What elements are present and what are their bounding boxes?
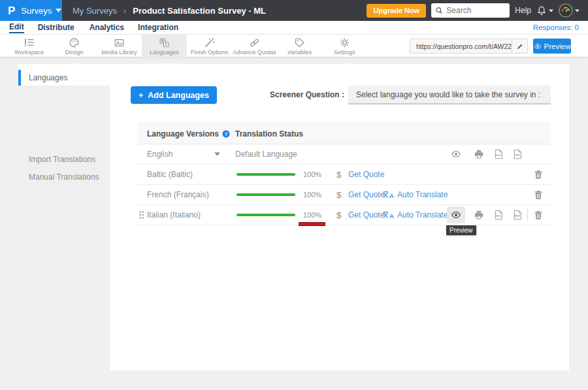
download-pdf-button[interactable]: PDF bbox=[512, 149, 523, 159]
get-quote-link[interactable]: Get Quote bbox=[348, 170, 384, 179]
global-search[interactable] bbox=[431, 3, 510, 18]
toolbar-advance-quotas[interactable]: Advance Quotas bbox=[232, 35, 277, 57]
delete-language-button[interactable] bbox=[533, 210, 544, 220]
translation-progress-bar bbox=[237, 214, 295, 216]
notifications-button[interactable] bbox=[536, 5, 553, 16]
table-row-english: English Default Language DOC PDF bbox=[137, 144, 551, 165]
table-row-baltic: Baltic (Baltic) 100% $ Get Quote bbox=[137, 165, 551, 185]
preview-language-button[interactable] bbox=[447, 206, 465, 223]
toolbar-media-library[interactable]: Media Library bbox=[97, 35, 142, 57]
search-icon bbox=[435, 7, 443, 14]
translation-progress-bar bbox=[237, 173, 295, 176]
auto-translate-icon[interactable] bbox=[383, 191, 395, 199]
default-language-label: Default Language bbox=[235, 150, 297, 159]
doc-file-icon: DOC bbox=[493, 210, 504, 220]
get-quote-link[interactable]: Get Quote bbox=[348, 210, 384, 219]
printer-icon bbox=[474, 149, 484, 159]
tab-integration[interactable]: Integration bbox=[138, 22, 178, 33]
caret-down-icon bbox=[575, 9, 580, 12]
table-row-italian: Italian (Italiano) 100% $ Get Quote Auto… bbox=[137, 205, 551, 225]
svg-text:PDF: PDF bbox=[515, 154, 521, 157]
questionpro-logo: P bbox=[8, 5, 15, 16]
help-link[interactable]: Help bbox=[515, 6, 531, 15]
page-title: Product Satisfaction Survey - ML bbox=[133, 6, 266, 16]
preview-button[interactable]: Preview bbox=[533, 39, 571, 54]
finish-options-icon bbox=[204, 37, 215, 48]
toolbar-settings[interactable]: Settings bbox=[322, 35, 367, 57]
sidebar-item-import-translations[interactable]: Import Translations bbox=[18, 155, 110, 164]
variables-icon bbox=[294, 37, 305, 48]
languages-icon bbox=[159, 37, 170, 48]
svg-text:DOC: DOC bbox=[496, 214, 502, 218]
caret-down-icon[interactable] bbox=[214, 152, 220, 156]
advance-quotas-icon bbox=[249, 37, 260, 48]
pdf-file-icon: PDF bbox=[512, 149, 523, 159]
column-translation-status: Translation Status bbox=[235, 129, 303, 138]
design-icon bbox=[69, 37, 80, 48]
account-menu[interactable] bbox=[559, 3, 580, 18]
auto-translate-link[interactable]: Auto Translate bbox=[397, 210, 448, 219]
sidebar-item-manual-translations[interactable]: Manual Translations bbox=[18, 172, 110, 182]
search-input[interactable] bbox=[446, 6, 502, 15]
sidebar-item-languages[interactable]: Languages bbox=[18, 70, 110, 86]
download-pdf-button[interactable]: PDF bbox=[512, 210, 523, 220]
languages-sidebar: Languages Import Translations Manual Tra… bbox=[18, 64, 110, 370]
tab-analytics[interactable]: Analytics bbox=[90, 22, 124, 33]
toolbar-workspace[interactable]: Workspace bbox=[7, 35, 52, 57]
translation-percent: 100% bbox=[303, 171, 321, 178]
preview-language-button[interactable] bbox=[451, 149, 461, 159]
toolbar-variables[interactable]: Variables bbox=[277, 35, 322, 57]
auto-translate-link[interactable]: Auto Translate bbox=[397, 190, 448, 199]
eye-icon bbox=[451, 210, 461, 220]
dollar-icon[interactable]: $ bbox=[336, 190, 342, 200]
pdf-file-icon: PDF bbox=[512, 210, 523, 220]
breadcrumb-my-surveys[interactable]: My Surveys bbox=[73, 6, 117, 16]
download-doc-button[interactable]: DOC bbox=[493, 149, 504, 159]
responses-count[interactable]: Responses: 0 bbox=[533, 24, 588, 31]
caret-down-icon bbox=[549, 9, 553, 12]
download-doc-button[interactable]: DOC bbox=[493, 210, 504, 220]
app-menu-label: Surveys bbox=[21, 6, 52, 16]
trash-icon bbox=[533, 210, 544, 220]
toolbar-finish-options[interactable]: Finish Options bbox=[187, 35, 232, 57]
help-question-icon[interactable] bbox=[222, 130, 230, 138]
delete-language-button[interactable] bbox=[533, 189, 544, 200]
table-row-french: French (Français) 100% $ Get Quote Auto … bbox=[137, 185, 551, 205]
breadcrumb-separator: › bbox=[123, 6, 126, 16]
top-navbar: P Surveys My Surveys › Product Satisfact… bbox=[0, 0, 588, 21]
edit-url-button[interactable] bbox=[512, 39, 527, 53]
screener-question-select[interactable]: Select language you would like to take t… bbox=[348, 86, 551, 105]
tab-distribute[interactable]: Distribute bbox=[38, 22, 74, 33]
get-quote-link[interactable]: Get Quote bbox=[348, 190, 384, 199]
translation-progress-bar bbox=[237, 193, 295, 196]
drag-handle-icon[interactable] bbox=[139, 210, 144, 220]
print-language-button[interactable] bbox=[474, 210, 484, 220]
language-name: Baltic (Baltic) bbox=[147, 170, 193, 179]
toolbar-design[interactable]: Design bbox=[52, 35, 97, 57]
bell-icon bbox=[536, 5, 547, 16]
screener-question-label: Screener Question : bbox=[240, 90, 344, 99]
language-versions-table: Language Versions Translation Status Eng… bbox=[137, 123, 551, 225]
upgrade-now-button[interactable]: Upgrade Now bbox=[367, 4, 426, 18]
survey-url[interactable]: https://questionpro.com/t/AW22Zd1S1 bbox=[410, 42, 512, 50]
toolbar-languages[interactable]: Languages bbox=[142, 35, 187, 57]
doc-file-icon: DOC bbox=[493, 149, 504, 159]
app-window: P Surveys My Surveys › Product Satisfact… bbox=[0, 0, 588, 390]
language-name[interactable]: English bbox=[147, 150, 172, 159]
column-language-versions: Language Versions bbox=[147, 129, 219, 138]
red-annotation-underline bbox=[299, 222, 325, 226]
auto-translate-icon[interactable] bbox=[383, 211, 395, 219]
print-language-button[interactable] bbox=[474, 149, 484, 159]
languages-panel: + Add Languages Screener Question : Sele… bbox=[110, 64, 569, 370]
svg-text:DOC: DOC bbox=[496, 154, 502, 157]
plus-icon: + bbox=[139, 91, 143, 100]
action-divider bbox=[527, 208, 528, 222]
pencil-icon bbox=[516, 42, 524, 50]
delete-language-button[interactable] bbox=[533, 169, 544, 180]
tab-edit[interactable]: Edit bbox=[9, 22, 24, 33]
dollar-icon[interactable]: $ bbox=[336, 170, 342, 180]
product-switcher[interactable]: P Surveys bbox=[0, 0, 62, 21]
add-languages-button[interactable]: + Add Languages bbox=[131, 86, 217, 104]
dollar-icon[interactable]: $ bbox=[336, 210, 342, 220]
trash-icon bbox=[533, 169, 544, 180]
